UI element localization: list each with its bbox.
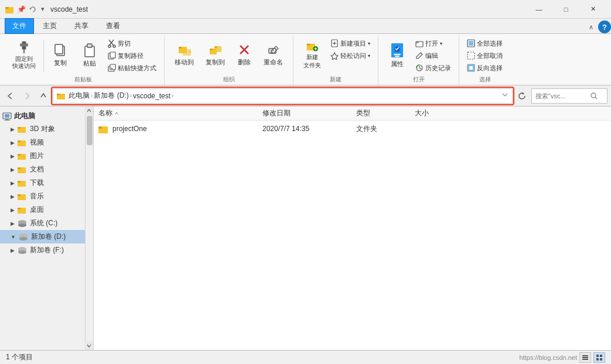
sidebar-item-pictures[interactable]: ▶ 图片 — [0, 149, 93, 163]
forward-button[interactable] — [20, 89, 34, 103]
list-view-button[interactable] — [579, 352, 591, 363]
move-to-icon: → — [178, 44, 191, 57]
file-list: projectOne 2020/7/7 14:35 文件夹 — [94, 121, 611, 350]
pin-icon — [17, 40, 31, 54]
easy-access-button[interactable]: 轻松访问 ▾ — [327, 50, 373, 61]
table-row[interactable]: projectOne 2020/7/7 14:35 文件夹 — [94, 121, 611, 137]
svg-rect-23 — [210, 49, 213, 50]
tab-view[interactable]: 查看 — [97, 18, 129, 33]
drive-c-icon — [18, 219, 27, 228]
refresh-button[interactable] — [515, 89, 529, 103]
sidebar-item-documents[interactable]: ▶ 文档 — [0, 163, 93, 176]
paste-icon — [83, 43, 96, 58]
properties-button[interactable]: 属性 — [383, 37, 411, 73]
copy-button[interactable]: 粘贴 复制 — [46, 37, 74, 73]
list-view-icon — [582, 354, 589, 361]
pin-to-quick-access-button[interactable]: 固定到快速访问 — [7, 37, 41, 73]
sidebar-item-video[interactable]: ▶ 视频 — [0, 136, 93, 149]
col-date-label: 修改日期 — [262, 108, 291, 118]
tab-home[interactable]: 主页 — [34, 18, 66, 33]
delete-button[interactable]: 删除 — [231, 37, 257, 73]
cut-label: 剪切 — [118, 39, 131, 48]
open-label: 打开 — [425, 39, 438, 48]
close-button[interactable]: ✕ — [579, 0, 606, 19]
col-header-type[interactable]: 类型 — [356, 108, 415, 118]
new-folder-button[interactable]: 新建文件夹 — [298, 37, 326, 73]
tab-share[interactable]: 共享 — [66, 18, 97, 33]
col-header-name[interactable]: 名称 — [98, 108, 262, 118]
col-header-size[interactable]: 大小 — [415, 108, 462, 118]
history-button[interactable]: 历史记录 — [412, 62, 454, 74]
sidebar-item-new-volume-f[interactable]: ▶ 新加卷 (F:) — [0, 243, 93, 257]
open-arrow: ▾ — [440, 41, 442, 46]
move-to-button[interactable]: → 移动到 — [169, 37, 199, 73]
refresh-icon — [518, 92, 526, 100]
svg-rect-59 — [4, 120, 10, 121]
expand-arrow: ▶ — [11, 207, 15, 213]
svg-point-54 — [591, 93, 596, 98]
edit-label: 编辑 — [425, 51, 438, 60]
crumb-vscode[interactable]: vscode_test — [133, 92, 170, 100]
up-button[interactable] — [36, 89, 50, 103]
tab-file[interactable]: 文件 — [5, 18, 34, 34]
col-header-date[interactable]: 修改日期 — [262, 108, 356, 118]
expand-arrow: ▶ — [11, 140, 15, 146]
invert-selection-icon — [467, 64, 475, 72]
edit-button[interactable]: 编辑 — [412, 50, 454, 61]
svg-point-79 — [19, 237, 28, 241]
address-bar[interactable]: 此电脑 › 新加卷 (D:) › vscode_test › — [53, 88, 513, 104]
ribbon-toolbar: 固定到快速访问 粘贴 复制 粘贴 — [0, 34, 611, 85]
minimize-button[interactable]: — — [525, 0, 552, 19]
select-all-button[interactable]: 全部选择 — [464, 37, 506, 49]
paste-shortcut-icon — [108, 64, 116, 72]
file-date-cell: 2020/7/7 14:35 — [262, 125, 356, 133]
svg-rect-4 — [20, 43, 28, 46]
svg-rect-90 — [596, 358, 599, 360]
rename-button[interactable]: 重命名 — [258, 37, 288, 73]
sidebar-item-music[interactable]: ▶ 音乐 — [0, 190, 93, 203]
select-all-label: 全部选择 — [477, 39, 503, 48]
new-item-arrow: ▾ — [368, 41, 370, 46]
collapse-ribbon-button[interactable]: ∧ — [586, 22, 596, 32]
search-input[interactable] — [535, 92, 588, 99]
sidebar-scrollthumb[interactable] — [87, 116, 93, 145]
invert-selection-button[interactable]: 反向选择 — [464, 62, 506, 74]
help-button[interactable]: ? — [598, 20, 611, 33]
select-none-button[interactable]: 全部取消 — [464, 50, 506, 61]
file-date-value: 2020/7/7 14:35 — [262, 125, 309, 133]
title-bar-icons: 📌 ▾ — [5, 5, 46, 14]
svg-rect-67 — [18, 167, 21, 169]
new-item-button[interactable]: 新建项目 ▾ — [327, 37, 373, 49]
select-group-label: 选择 — [479, 74, 491, 85]
paste-shortcut-button[interactable]: 粘贴快捷方式 — [105, 62, 159, 74]
copy-to-button[interactable]: 复制到 — [200, 37, 230, 73]
svg-rect-44 — [416, 42, 419, 43]
ribbon-group-clipboard: 固定到快速访问 粘贴 复制 粘贴 — [2, 36, 165, 85]
sidebar-item-system-c[interactable]: ▶ 系统 (C:) — [0, 217, 93, 230]
open-button[interactable]: 打开 ▾ — [412, 37, 454, 49]
back-button[interactable] — [4, 89, 18, 103]
cut-button[interactable]: 剪切 — [105, 37, 159, 49]
crumb-d[interactable]: 新加卷 (D:) — [94, 91, 128, 101]
svg-rect-15 — [110, 52, 115, 58]
svg-rect-89 — [600, 355, 602, 357]
copy-path-button[interactable]: 复制路径 — [105, 50, 159, 61]
sidebar-scroll-down[interactable] — [85, 342, 93, 350]
detail-view-button[interactable] — [593, 352, 605, 363]
sidebar-item-downloads[interactable]: ▶ 下载 — [0, 176, 93, 190]
address-dropdown-button[interactable] — [501, 91, 508, 100]
sidebar-item-this-pc[interactable]: 此电脑 — [0, 109, 93, 122]
folder-downloads-icon — [18, 179, 27, 187]
title-bar: 📌 ▾ vscode_test — □ ✕ — [0, 0, 611, 19]
svg-rect-91 — [600, 358, 602, 360]
crumb-pc[interactable]: 此电脑 — [69, 91, 90, 101]
sort-icon — [114, 111, 119, 116]
sidebar-item-new-volume-d[interactable]: ▼ 新加卷 (D:) — [0, 230, 93, 243]
main-layout: 此电脑 ▶ 3D 对象 ▶ 视频 ▶ — [0, 107, 611, 350]
sidebar-scroll-up[interactable] — [85, 107, 93, 115]
maximize-button[interactable]: □ — [552, 0, 579, 19]
sidebar-item-3d-objects[interactable]: ▶ 3D 对象 — [0, 122, 93, 136]
svg-rect-52 — [57, 94, 60, 95]
paste-button[interactable]: 粘贴 — [76, 37, 104, 73]
sidebar-item-desktop[interactable]: ▶ 桌面 — [0, 203, 93, 217]
